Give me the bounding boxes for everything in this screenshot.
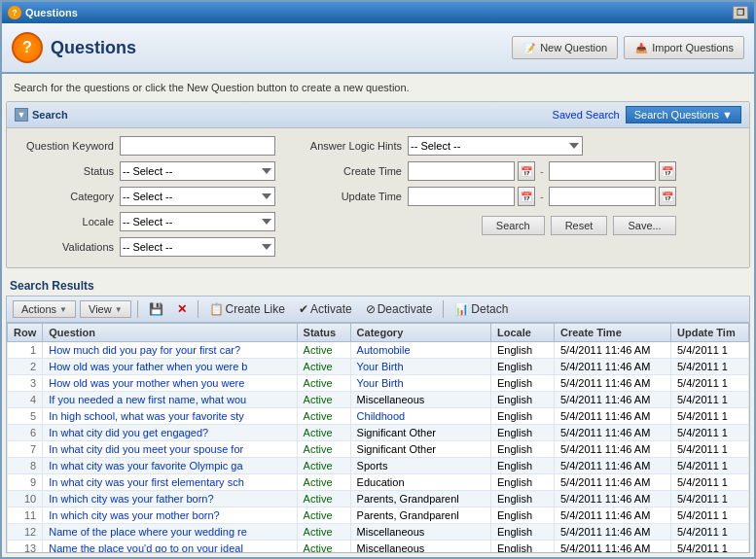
cell-row-num: 9 — [8, 474, 43, 491]
create-time-to-calendar-button[interactable]: 📅 — [659, 161, 676, 181]
update-time-from-input[interactable] — [408, 187, 515, 206]
view-button[interactable]: View ▼ — [80, 300, 131, 318]
cell-status: Active — [297, 507, 350, 524]
window-icon: ? — [8, 6, 21, 19]
table-row[interactable]: 7 In what city did you meet your spouse … — [8, 441, 749, 458]
new-question-button[interactable]: 📝 New Question — [512, 36, 618, 59]
search-panel-header: ▼ Search Saved Search Search Questions ▼ — [7, 102, 749, 128]
category-row: Category -- Select -- — [17, 187, 275, 206]
cell-create-time: 5/4/2011 11:46 AM — [555, 359, 671, 375]
deactivate-button[interactable]: ⊘ Deactivate — [361, 299, 438, 319]
restore-button[interactable]: ❐ — [733, 6, 748, 19]
actions-button[interactable]: Actions ▼ — [13, 300, 76, 318]
question-keyword-input[interactable] — [120, 136, 275, 156]
content-area: Search for the questions or click the Ne… — [2, 74, 754, 557]
cell-question: In what city was your first elementary s… — [43, 474, 297, 491]
table-row[interactable]: 10 In which city was your father born? A… — [8, 491, 749, 507]
view-label: View — [89, 303, 112, 315]
activate-button[interactable]: ✔ Activate — [294, 299, 357, 319]
cell-category: Miscellaneous — [350, 541, 490, 554]
search-form-left: Question Keyword Status -- Select -- Cat… — [17, 136, 275, 260]
table-row[interactable]: 5 In high school, what was your favorite… — [8, 408, 749, 425]
header-buttons: 📝 New Question 📥 Import Questions — [512, 36, 744, 59]
table-row[interactable]: 8 In what city was your favorite Olympic… — [8, 458, 749, 474]
title-controls: ❐ — [733, 6, 748, 19]
table-row[interactable]: 11 In which city was your mother born? A… — [8, 507, 749, 524]
cell-locale: English — [491, 474, 555, 491]
save-toolbar-button[interactable]: 💾 — [144, 299, 168, 319]
saved-search-link[interactable]: Saved Search — [553, 109, 620, 121]
detach-button[interactable]: 📊 Detach — [450, 299, 513, 319]
deactivate-label: Deactivate — [378, 302, 433, 316]
update-time-field-group: 📅 - 📅 — [408, 187, 676, 206]
validations-label: Validations — [17, 241, 114, 253]
answer-logic-select[interactable]: -- Select -- — [408, 136, 583, 156]
cell-row-num: 13 — [8, 541, 43, 554]
results-table-container[interactable]: Row Question Status Category Locale Crea… — [6, 322, 750, 553]
table-row[interactable]: 2 How old was your father when you were … — [8, 359, 749, 375]
cell-locale: English — [491, 392, 555, 408]
create-like-button[interactable]: 📋 Create Like — [204, 299, 290, 319]
answer-logic-row: Answer Logic Hints -- Select -- — [305, 136, 676, 156]
reset-button[interactable]: Reset — [551, 216, 608, 235]
cell-create-time: 5/4/2011 11:46 AM — [555, 491, 671, 507]
cell-row-num: 4 — [8, 392, 43, 408]
cell-status: Active — [297, 474, 350, 491]
save-button[interactable]: Save... — [613, 216, 675, 235]
update-time-to-input[interactable] — [549, 187, 656, 206]
cell-update-time: 5/4/2011 1 — [671, 507, 749, 524]
delete-toolbar-button[interactable]: ✕ — [172, 299, 192, 319]
search-panel-title: Search — [32, 109, 68, 121]
cell-create-time: 5/4/2011 11:46 AM — [555, 375, 671, 392]
cell-update-time: 5/4/2011 1 — [671, 359, 749, 375]
cell-row-num: 10 — [8, 491, 43, 507]
validations-select[interactable]: -- Select -- — [120, 237, 275, 257]
create-time-to-input[interactable] — [549, 161, 656, 181]
table-row[interactable]: 9 In what city was your first elementary… — [8, 474, 749, 491]
table-row[interactable]: 1 How much did you pay for your first ca… — [8, 342, 749, 359]
col-header-locale: Locale — [491, 324, 555, 342]
activate-label: Activate — [310, 302, 352, 316]
category-select[interactable]: -- Select -- — [120, 187, 275, 206]
question-keyword-row: Question Keyword — [17, 136, 275, 156]
cell-row-num: 12 — [8, 524, 43, 541]
cell-question: In what city was your favorite Olympic g… — [43, 458, 297, 474]
search-form: Question Keyword Status -- Select -- Cat… — [7, 128, 749, 267]
cell-category: Your Birth — [350, 359, 490, 375]
create-time-label: Create Time — [305, 165, 402, 177]
table-row[interactable]: 4 If you needed a new first name, what w… — [8, 392, 749, 408]
search-panel: ▼ Search Saved Search Search Questions ▼… — [6, 101, 750, 268]
update-time-from-calendar-button[interactable]: 📅 — [518, 187, 535, 206]
search-questions-button[interactable]: Search Questions ▼ — [626, 106, 741, 123]
status-select[interactable]: -- Select -- — [120, 161, 275, 181]
search-button[interactable]: Search — [482, 216, 545, 235]
cell-create-time: 5/4/2011 11:46 AM — [555, 541, 671, 554]
collapse-icon[interactable]: ▼ — [15, 108, 28, 122]
table-row[interactable]: 12 Name of the place where your wedding … — [8, 524, 749, 541]
create-time-from-input[interactable] — [408, 161, 515, 181]
cell-category: Childhood — [350, 408, 490, 425]
update-time-row: Update Time 📅 - 📅 — [305, 187, 676, 206]
toolbar-separator-1 — [137, 300, 138, 318]
actions-label: Actions — [21, 303, 56, 315]
cell-status: Active — [297, 359, 350, 375]
toolbar-separator-2 — [198, 300, 198, 318]
search-form-right: Answer Logic Hints -- Select -- Create T… — [305, 136, 676, 260]
cell-question: In what city did you meet your spouse fo… — [43, 441, 297, 458]
cell-question: In what city did you get engaged? — [43, 425, 297, 441]
table-row[interactable]: 3 How old was your mother when you were … — [8, 375, 749, 392]
new-question-icon: 📝 — [522, 41, 536, 54]
table-row[interactable]: 13 Name the place you'd go to on your id… — [8, 541, 749, 554]
cell-locale: English — [491, 425, 555, 441]
cell-update-time: 5/4/2011 1 — [671, 541, 749, 554]
table-row[interactable]: 6 In what city did you get engaged? Acti… — [8, 425, 749, 441]
cell-status: Active — [297, 524, 350, 541]
create-time-from-calendar-button[interactable]: 📅 — [518, 161, 535, 181]
col-header-row: Row — [8, 324, 43, 342]
locale-select[interactable]: -- Select -- — [120, 212, 275, 231]
import-questions-button[interactable]: 📥 Import Questions — [624, 36, 744, 59]
update-time-to-calendar-button[interactable]: 📅 — [659, 187, 676, 206]
status-row: Status -- Select -- — [17, 161, 275, 181]
detach-label: Detach — [471, 302, 508, 316]
cell-update-time: 5/4/2011 1 — [671, 524, 749, 541]
